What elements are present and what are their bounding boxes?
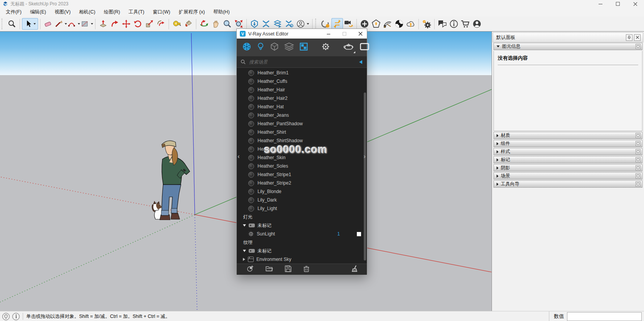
tab-materials-icon[interactable] <box>242 42 251 53</box>
exchange-models-icon[interactable] <box>260 18 272 30</box>
maximize-button[interactable] <box>609 0 627 8</box>
menu-item[interactable]: 视图(V) <box>50 8 75 17</box>
close-button[interactable] <box>627 0 644 8</box>
minimize-button[interactable] <box>592 0 609 8</box>
list-scrollbar-thumb[interactable] <box>364 92 366 260</box>
environment-sky-list-item[interactable]: Environment Sky <box>237 255 367 264</box>
purge-broom-icon[interactable] <box>351 265 358 274</box>
line-tool-icon[interactable] <box>54 18 67 30</box>
tray-section-header[interactable]: 工具向导 <box>493 180 642 188</box>
material-list-item[interactable]: Heather_PantShadow <box>237 119 367 128</box>
move-tool-icon[interactable] <box>120 18 132 30</box>
menu-item[interactable]: 工具(T) <box>124 8 149 17</box>
pin-tray-button[interactable] <box>626 34 632 41</box>
render-dropdown-corner[interactable] <box>353 51 355 53</box>
tray-section-header[interactable]: 组件 <box>493 140 642 147</box>
close-tray-button[interactable] <box>634 34 641 41</box>
tab-layers-icon[interactable] <box>284 42 294 53</box>
feedback-icon[interactable] <box>437 18 448 30</box>
chevron-right-icon[interactable] <box>243 258 245 261</box>
material-list-item[interactable]: Lily_Blonde <box>237 187 367 196</box>
store-cart-icon[interactable] <box>460 18 471 30</box>
tray-section-header[interactable]: 场景 <box>493 172 642 180</box>
sunlight-intensity-value[interactable]: 1 <box>337 231 340 237</box>
flyout-right-chevron[interactable]: › <box>363 153 366 160</box>
material-list-item[interactable]: Heather_Shirt <box>237 128 367 136</box>
arc-tool-icon[interactable] <box>67 18 80 30</box>
tray-detach-button[interactable] <box>636 165 641 170</box>
zoom-extents-tool-icon[interactable] <box>233 18 244 30</box>
toolbar-grip[interactable] <box>2 18 5 29</box>
material-list-item[interactable]: Heather_Jeans <box>237 111 367 119</box>
tray-section-header[interactable]: 样式 <box>493 148 642 155</box>
material-list-item[interactable]: Heather_Brim1 <box>237 69 367 77</box>
lights-untagged-group[interactable]: 未标记 <box>237 221 367 230</box>
material-list-item[interactable]: Heather_Hair2 <box>237 94 367 103</box>
share-model-icon[interactable] <box>272 18 283 30</box>
textures-untagged-group[interactable]: 未标记 <box>237 247 367 255</box>
vray-settings-gear-icon[interactable] <box>321 42 331 53</box>
vray-frame-buffer-icon[interactable] <box>360 42 370 53</box>
material-list-item[interactable]: Heather_Soles <box>237 162 367 170</box>
get-models-icon[interactable] <box>249 18 260 30</box>
material-resources-icon[interactable] <box>382 18 393 30</box>
orbit-tool-icon[interactable] <box>198 18 210 30</box>
tray-detach-button[interactable] <box>636 182 641 187</box>
chevron-down-icon[interactable] <box>243 250 246 252</box>
menu-item[interactable]: 绘图(R) <box>100 8 124 17</box>
filter-icon[interactable] <box>358 60 363 64</box>
menu-item[interactable]: 编辑(E) <box>26 8 50 17</box>
extension-manager-icon[interactable] <box>421 18 432 30</box>
delete-asset-icon[interactable] <box>303 266 309 274</box>
entity-info-section-header[interactable]: 图元信息 <box>493 43 642 50</box>
tray-detach-button[interactable] <box>636 173 641 178</box>
tray-detach-button[interactable] <box>636 141 641 146</box>
menu-item[interactable]: 窗口(W) <box>149 8 174 17</box>
credits-info-icon[interactable] <box>12 313 20 320</box>
help-info-icon[interactable] <box>448 18 460 30</box>
save-file-icon[interactable] <box>285 266 291 274</box>
rectangle-tool-dropdown[interactable] <box>91 23 93 25</box>
eraser-tool-icon[interactable] <box>42 18 54 30</box>
tray-detach-button[interactable] <box>636 157 641 162</box>
menu-item[interactable]: 相机(C) <box>75 8 99 17</box>
tray-detach-button[interactable] <box>636 133 641 138</box>
vray-minimize-button[interactable] <box>322 29 335 39</box>
scan-essentials-icon[interactable] <box>370 18 382 30</box>
sunlight-color-swatch[interactable] <box>357 232 361 236</box>
geolocation-status-icon[interactable] <box>2 313 10 320</box>
menu-item[interactable]: 扩展程序 (x) <box>174 8 209 17</box>
select-tool-dropdown[interactable] <box>33 23 36 25</box>
tray-section-header[interactable]: 材质 <box>493 132 642 139</box>
vray-close-button[interactable] <box>354 29 367 39</box>
scale-tool-icon[interactable] <box>144 18 155 30</box>
material-list-item[interactable]: Lily_Dark <box>237 196 367 204</box>
zoom-tool-icon[interactable] <box>221 18 233 30</box>
publish-cloud-icon[interactable] <box>405 18 417 30</box>
account-avatar-icon[interactable] <box>471 18 483 30</box>
menu-item[interactable]: 文件(F) <box>2 8 26 17</box>
tray-section-header[interactable]: 标记 <box>493 156 642 163</box>
add-location-icon[interactable] <box>359 18 370 30</box>
toolbar-grip[interactable] <box>315 18 319 29</box>
vray-asset-editor-icon[interactable] <box>320 18 331 30</box>
tray-panel-header[interactable]: 默认面板 <box>493 32 643 42</box>
material-list-item[interactable]: Heather_Stripe1 <box>237 170 367 179</box>
zoom-window-tool-icon[interactable] <box>6 18 18 30</box>
sunlight-list-item[interactable]: SunLight 1 <box>237 230 367 238</box>
chevron-down-icon[interactable] <box>243 224 246 227</box>
vray-interactive-render-icon[interactable] <box>331 18 343 30</box>
measurements-input[interactable] <box>567 312 642 321</box>
tab-geometry-icon[interactable] <box>270 42 279 53</box>
tray-section-header[interactable]: 阴影 <box>493 164 642 171</box>
pan-tool-icon[interactable] <box>210 18 221 30</box>
material-list-item[interactable]: Heather_Hair <box>237 86 367 94</box>
vray-render-teapot-icon[interactable] <box>343 42 355 53</box>
tray-detach-button[interactable] <box>636 44 641 49</box>
render-checker-icon[interactable] <box>393 18 405 30</box>
offset-tool-icon[interactable] <box>155 18 167 30</box>
scene-search-input[interactable] <box>248 59 356 65</box>
material-list-item[interactable]: Heather_Cuffs <box>237 77 367 86</box>
rectangle-tool-icon[interactable] <box>80 18 93 30</box>
tab-textures-icon[interactable] <box>299 42 308 53</box>
